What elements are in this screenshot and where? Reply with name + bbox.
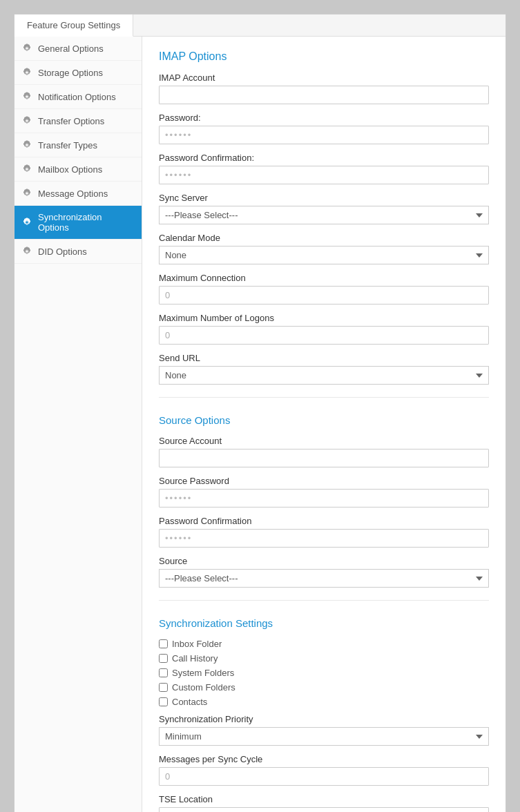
max-connection-input[interactable]: [159, 286, 489, 304]
tse-location-label: TSE Location: [159, 794, 489, 804]
max-logons-input[interactable]: [159, 326, 489, 345]
send-url-group: Send URL None: [159, 353, 489, 385]
imap-section-title: IMAP Options: [159, 50, 489, 63]
checkbox-label-call-history: Call History: [172, 653, 218, 664]
source-account-input[interactable]: [159, 449, 489, 467]
checkbox-system-folders: System Folders: [159, 668, 489, 678]
source-section-title: Source Options: [159, 414, 489, 426]
gear-icon: [21, 164, 32, 175]
tse-location-input[interactable]: [159, 807, 489, 812]
source-password-confirmation-group: Password Confirmation: [159, 516, 489, 548]
page-container: Feature Group Settings General Options S…: [14, 14, 506, 812]
imap-account-label: IMAP Account: [159, 72, 489, 83]
sidebar-item-message-options[interactable]: Message Options: [15, 182, 142, 206]
calendar-mode-label: Calendar Mode: [159, 233, 489, 243]
checkboxes-container: Inbox Folder Call History System Folders…: [159, 639, 489, 707]
gear-icon: [21, 246, 32, 257]
checkbox-input-call-history[interactable]: [159, 654, 168, 663]
sidebar-item-transfer-options[interactable]: Transfer Options: [15, 109, 142, 133]
imap-account-input[interactable]: [159, 86, 489, 104]
sidebar-item-did-options[interactable]: DID Options: [15, 240, 142, 264]
sync-priority-group: Synchronization Priority Minimum: [159, 714, 489, 746]
source-account-label: Source Account: [159, 436, 489, 446]
checkbox-input-system-folders[interactable]: [159, 668, 168, 677]
sidebar: General Options Storage Options Notifica…: [15, 37, 142, 812]
sidebar-label: DID Options: [38, 246, 87, 257]
source-password-label: Source Password: [159, 476, 489, 486]
sync-server-group: Sync Server ---Please Select---: [159, 193, 489, 224]
sync-server-select[interactable]: ---Please Select---: [159, 206, 489, 224]
password-label: Password:: [159, 113, 489, 123]
checkbox-input-contacts[interactable]: [159, 697, 168, 706]
sidebar-label: Transfer Types: [38, 140, 97, 151]
sync-server-label: Sync Server: [159, 193, 489, 203]
sidebar-item-synchronization-options[interactable]: Synchronization Options: [15, 206, 142, 240]
source-password-group: Source Password: [159, 476, 489, 508]
password-input[interactable]: [159, 126, 489, 144]
imap-account-group: IMAP Account: [159, 72, 489, 104]
sidebar-label: Storage Options: [38, 68, 103, 78]
sync-priority-select[interactable]: Minimum: [159, 727, 489, 746]
gear-icon: [21, 188, 32, 199]
content-area: General Options Storage Options Notifica…: [15, 37, 505, 812]
sidebar-label: Notification Options: [38, 92, 116, 102]
checkbox-input-custom-folders[interactable]: [159, 683, 168, 692]
sidebar-item-mailbox-options[interactable]: Mailbox Options: [15, 157, 142, 182]
source-password-confirmation-input[interactable]: [159, 529, 489, 548]
sidebar-label: Mailbox Options: [38, 164, 102, 175]
sidebar-item-notification-options[interactable]: Notification Options: [15, 85, 142, 109]
gear-icon: [21, 67, 32, 78]
calendar-mode-group: Calendar Mode None: [159, 233, 489, 264]
max-logons-label: Maximum Number of Logons: [159, 313, 489, 323]
password-confirmation-label: Password Confirmation:: [159, 153, 489, 163]
sidebar-item-general-options[interactable]: General Options: [15, 37, 142, 61]
messages-per-cycle-label: Messages per Sync Cycle: [159, 754, 489, 764]
max-logons-group: Maximum Number of Logons: [159, 313, 489, 345]
gear-icon: [21, 91, 32, 102]
source-group: Source ---Please Select---: [159, 556, 489, 588]
tab-header: Feature Group Settings: [15, 14, 505, 37]
sync-priority-label: Synchronization Priority: [159, 714, 489, 724]
password-group: Password:: [159, 113, 489, 144]
checkbox-input-inbox-folder[interactable]: [159, 639, 168, 648]
tab-title[interactable]: Feature Group Settings: [15, 14, 133, 37]
sidebar-label: Transfer Options: [38, 116, 104, 126]
sidebar-item-transfer-types[interactable]: Transfer Types: [15, 133, 142, 157]
gear-icon: [21, 115, 32, 126]
checkbox-label-inbox-folder: Inbox Folder: [172, 639, 222, 649]
send-url-select[interactable]: None: [159, 366, 489, 385]
gear-icon: [21, 43, 32, 54]
checkbox-call-history: Call History: [159, 653, 489, 664]
checkbox-custom-folders: Custom Folders: [159, 682, 489, 693]
tse-location-group: TSE Location: [159, 794, 489, 812]
source-password-input[interactable]: [159, 489, 489, 508]
sidebar-label: Synchronization Options: [38, 212, 135, 233]
source-select[interactable]: ---Please Select---: [159, 569, 489, 588]
sidebar-item-storage-options[interactable]: Storage Options: [15, 61, 142, 85]
password-confirmation-group: Password Confirmation:: [159, 153, 489, 184]
source-password-confirmation-label: Password Confirmation: [159, 516, 489, 526]
send-url-label: Send URL: [159, 353, 489, 363]
gear-icon: [21, 217, 32, 228]
checkbox-label-custom-folders: Custom Folders: [172, 682, 235, 693]
divider-2: [159, 600, 489, 601]
checkbox-inbox-folder: Inbox Folder: [159, 639, 489, 649]
sidebar-label: Message Options: [38, 188, 108, 199]
checkbox-label-contacts: Contacts: [172, 697, 207, 707]
messages-per-cycle-input[interactable]: [159, 767, 489, 786]
sidebar-label: General Options: [38, 44, 104, 54]
source-label: Source: [159, 556, 489, 566]
checkbox-contacts: Contacts: [159, 697, 489, 707]
divider-1: [159, 397, 489, 398]
sync-settings-title: Synchronization Settings: [159, 617, 489, 629]
messages-per-cycle-group: Messages per Sync Cycle: [159, 754, 489, 786]
main-content: IMAP Options IMAP Account Password: Pass…: [142, 37, 505, 812]
source-account-group: Source Account: [159, 436, 489, 467]
password-confirmation-input[interactable]: [159, 166, 489, 184]
calendar-mode-select[interactable]: None: [159, 246, 489, 264]
gear-icon: [21, 139, 32, 151]
max-connection-label: Maximum Connection: [159, 273, 489, 283]
checkbox-label-system-folders: System Folders: [172, 668, 234, 678]
max-connection-group: Maximum Connection: [159, 273, 489, 304]
